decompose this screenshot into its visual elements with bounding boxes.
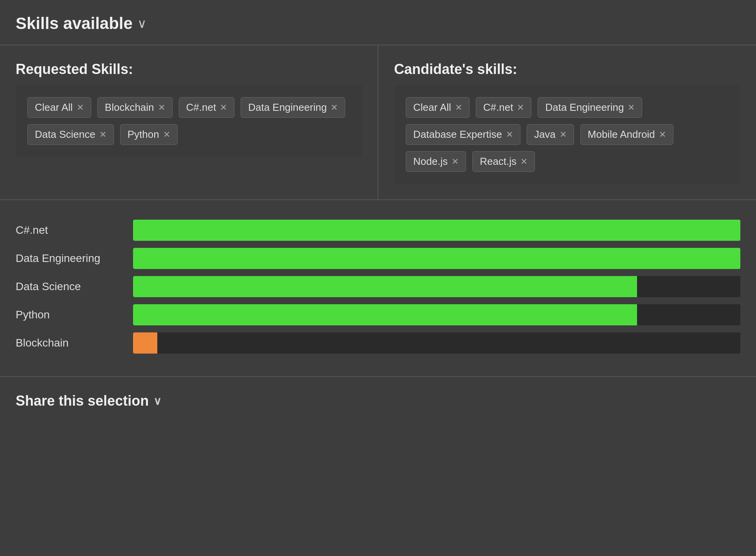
- candidate-tag-csharpnet-label: C#.net: [483, 101, 513, 114]
- candidate-tag-nodejs-label: Node.js: [413, 155, 448, 168]
- candidate-tag-csharpnet[interactable]: C#.net ✕: [476, 97, 532, 118]
- candidate-tag-nodejs-close-icon: ✕: [452, 157, 459, 166]
- share-section: Share this selection ∨: [0, 376, 756, 425]
- requested-tag-blockchain-label: Blockchain: [105, 101, 154, 114]
- header-chevron-icon[interactable]: ∨: [137, 16, 146, 31]
- chart-bar-fill-csharpnet: [133, 220, 740, 241]
- candidate-skills-title: Candidate's skills:: [394, 61, 740, 78]
- chart-bar-container-python: [133, 304, 740, 325]
- requested-tag-data-engineering-close-icon: ✕: [331, 103, 338, 112]
- candidate-tag-data-engineering[interactable]: Data Engineering ✕: [538, 97, 642, 118]
- share-this-selection-label: Share this selection: [16, 393, 149, 409]
- chart-row-python: Python: [16, 304, 740, 325]
- candidate-clear-all-button[interactable]: Clear All ✕: [406, 97, 470, 118]
- share-chevron-icon: ∨: [153, 395, 162, 408]
- requested-tag-csharpnet-close-icon: ✕: [220, 103, 227, 112]
- chart-label-blockchain: Blockchain: [16, 337, 125, 349]
- chart-bar-container-csharpnet: [133, 220, 740, 241]
- candidate-tag-data-engineering-label: Data Engineering: [545, 101, 624, 114]
- candidate-tag-mobile-android[interactable]: Mobile Android ✕: [580, 124, 673, 145]
- requested-tag-data-science[interactable]: Data Science ✕: [27, 124, 114, 145]
- chart-label-data-science: Data Science: [16, 280, 125, 293]
- requested-clear-all-button[interactable]: Clear All ✕: [27, 97, 91, 118]
- requested-tag-data-engineering[interactable]: Data Engineering ✕: [241, 97, 345, 118]
- chart-bar-fill-blockchain: [133, 332, 157, 354]
- requested-clear-all-close-icon: ✕: [77, 103, 84, 112]
- requested-tag-csharpnet-label: C#.net: [186, 101, 216, 114]
- requested-tag-python-label: Python: [128, 128, 159, 141]
- requested-tag-python-close-icon: ✕: [163, 130, 170, 139]
- chart-label-data-engineering: Data Engineering: [16, 252, 125, 265]
- candidate-tag-data-engineering-close-icon: ✕: [628, 103, 635, 112]
- requested-tag-data-science-close-icon: ✕: [99, 130, 106, 139]
- requested-tag-blockchain-close-icon: ✕: [158, 103, 165, 112]
- chart-bar-container-data-science: [133, 276, 740, 297]
- candidate-tag-reactjs-close-icon: ✕: [520, 157, 527, 166]
- candidate-skills-tags: Clear All ✕ C#.net ✕ Data Engineering ✕ …: [394, 85, 740, 184]
- chart-bar-fill-python: [133, 304, 637, 325]
- chart-bar-container-data-engineering: [133, 248, 740, 269]
- chart-row-data-science: Data Science: [16, 276, 740, 297]
- chart-row-csharpnet: C#.net: [16, 220, 740, 241]
- requested-tag-data-engineering-label: Data Engineering: [248, 101, 327, 114]
- chart-bar-fill-data-engineering: [133, 248, 740, 269]
- candidate-tag-mobile-android-label: Mobile Android: [588, 128, 655, 141]
- requested-clear-all-label: Clear All: [35, 101, 73, 114]
- chart-bar-fill-data-science: [133, 276, 637, 297]
- chart-section: C#.net Data Engineering Data Science Pyt…: [0, 200, 756, 376]
- candidate-tag-mobile-android-close-icon: ✕: [659, 130, 666, 139]
- chart-label-python: Python: [16, 309, 125, 321]
- candidate-tag-reactjs-label: React.js: [480, 155, 517, 168]
- candidate-clear-all-label: Clear All: [413, 101, 451, 114]
- page-title: Skills available ∨: [16, 14, 740, 33]
- candidate-tag-database-expertise[interactable]: Database Expertise ✕: [406, 124, 520, 145]
- chart-row-blockchain: Blockchain: [16, 332, 740, 354]
- requested-tag-data-science-label: Data Science: [35, 128, 95, 141]
- candidate-tag-database-expertise-label: Database Expertise: [413, 128, 502, 141]
- requested-skills-title: Requested Skills:: [16, 61, 362, 78]
- requested-skills-panel: Requested Skills: Clear All ✕ Blockchain…: [0, 45, 378, 199]
- skills-available-label: Skills available: [16, 14, 133, 33]
- requested-skills-tags: Clear All ✕ Blockchain ✕ C#.net ✕ Data E…: [16, 85, 362, 157]
- share-this-selection-button[interactable]: Share this selection ∨: [16, 393, 740, 409]
- requested-tag-python[interactable]: Python ✕: [120, 124, 178, 145]
- candidate-tag-csharpnet-close-icon: ✕: [517, 103, 524, 112]
- candidate-tag-reactjs[interactable]: React.js ✕: [472, 151, 535, 172]
- header: Skills available ∨: [0, 0, 756, 45]
- skills-section: Requested Skills: Clear All ✕ Blockchain…: [0, 45, 756, 200]
- candidate-tag-java-close-icon: ✕: [560, 130, 567, 139]
- candidate-skills-panel: Candidate's skills: Clear All ✕ C#.net ✕…: [378, 45, 756, 199]
- chart-bar-container-blockchain: [133, 332, 740, 354]
- chart-label-csharpnet: C#.net: [16, 224, 125, 236]
- candidate-tag-nodejs[interactable]: Node.js ✕: [406, 151, 466, 172]
- chart-row-data-engineering: Data Engineering: [16, 248, 740, 269]
- candidate-tag-java-label: Java: [534, 128, 556, 141]
- candidate-tag-database-expertise-close-icon: ✕: [506, 130, 513, 139]
- candidate-clear-all-close-icon: ✕: [455, 103, 462, 112]
- candidate-tag-java[interactable]: Java ✕: [527, 124, 574, 145]
- requested-tag-csharpnet[interactable]: C#.net ✕: [179, 97, 235, 118]
- requested-tag-blockchain[interactable]: Blockchain ✕: [97, 97, 173, 118]
